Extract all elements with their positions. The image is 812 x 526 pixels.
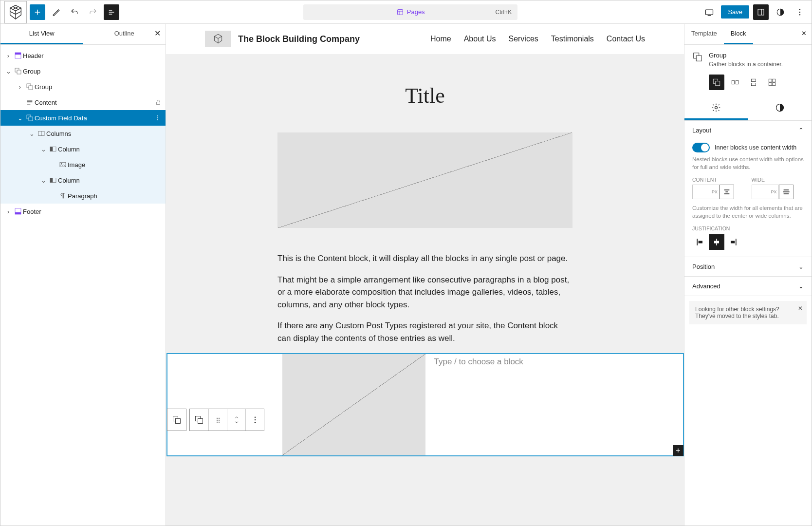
settings-sidebar-toggle[interactable] <box>753 4 769 20</box>
nav-item[interactable]: Services <box>508 35 538 43</box>
svg-rect-25 <box>50 178 53 182</box>
svg-rect-51 <box>769 83 772 86</box>
wide-align-button[interactable] <box>779 185 794 199</box>
panel-advanced-toggle[interactable]: Advanced ⌄ <box>684 277 812 296</box>
svg-rect-57 <box>731 241 735 244</box>
paragraph[interactable]: This is the Content block, it will displ… <box>277 252 572 265</box>
tree-item-custom-field-data[interactable]: ⌄ Custom Field Data <box>0 110 166 126</box>
svg-rect-10 <box>17 70 21 74</box>
justify-left-button[interactable] <box>692 234 708 250</box>
selected-group-block[interactable]: Type / to choose a block + <box>166 353 684 456</box>
svg-rect-15 <box>29 117 33 121</box>
content-block[interactable]: This is the Content block, it will displ… <box>277 252 572 344</box>
variation-group[interactable] <box>709 75 724 90</box>
svg-point-37 <box>219 422 220 423</box>
dismiss-tip-button[interactable]: ✕ <box>798 305 803 312</box>
command-center-button[interactable]: Pages Ctrl+K <box>303 4 517 20</box>
svg-rect-29 <box>176 419 181 424</box>
drag-handle[interactable] <box>208 409 227 431</box>
redo-button[interactable] <box>85 4 101 20</box>
variation-stack[interactable] <box>746 75 761 90</box>
nav-item[interactable]: Contact Us <box>607 35 645 43</box>
add-block-button[interactable]: + <box>673 445 683 456</box>
image-placeholder[interactable] <box>282 354 425 455</box>
tree-item-column[interactable]: ⌄ Column <box>0 141 166 157</box>
tab-template[interactable]: Template <box>684 24 724 44</box>
tree-item-options[interactable] <box>154 114 162 122</box>
svg-rect-21 <box>50 147 53 151</box>
block-description: Gather blocks in a container. <box>709 61 783 68</box>
content-width-input[interactable] <box>692 185 720 199</box>
tools-button[interactable] <box>48 4 64 20</box>
nav-item[interactable]: Home <box>430 35 451 43</box>
svg-point-34 <box>217 420 218 421</box>
undo-button[interactable] <box>67 4 82 20</box>
site-title[interactable]: The Block Building Company <box>238 34 360 44</box>
tree-item-content[interactable]: Content <box>0 94 166 110</box>
block-tree: › Header ⌄ Group › Group Content ⌄ <box>0 45 166 222</box>
subtab-settings[interactable] <box>684 97 748 120</box>
tree-item-group-nested[interactable]: › Group <box>0 79 166 94</box>
wide-width-input[interactable] <box>752 185 779 199</box>
toggle-label: Inner blocks use content width <box>715 144 796 151</box>
tree-item-column[interactable]: ⌄ Column <box>0 172 166 188</box>
column-block[interactable] <box>167 354 425 455</box>
block-type-button[interactable] <box>190 409 208 431</box>
block-inserter-button[interactable] <box>30 4 45 20</box>
paragraph[interactable]: If there are any Custom Post Types regis… <box>277 319 572 344</box>
svg-rect-56 <box>714 241 719 244</box>
tree-item-columns[interactable]: ⌄ Columns <box>0 126 166 141</box>
tree-item-footer[interactable]: › Footer <box>0 204 166 219</box>
featured-image-placeholder[interactable] <box>277 132 572 228</box>
options-button[interactable] <box>792 4 808 20</box>
content-align-button[interactable] <box>720 185 734 199</box>
close-settings-button[interactable]: ✕ <box>801 30 807 37</box>
justify-right-button[interactable] <box>725 234 741 250</box>
list-view-sidebar: List View Outline ✕ › Header ⌄ Group › G… <box>0 24 166 526</box>
content-width-toggle[interactable] <box>692 143 710 152</box>
svg-point-39 <box>254 419 255 420</box>
page-title[interactable]: Title <box>166 83 684 108</box>
view-button[interactable] <box>701 4 717 20</box>
paragraph[interactable]: That might be a simple arrangement like … <box>277 274 572 311</box>
column-icon <box>48 176 58 184</box>
tree-item-paragraph[interactable]: Paragraph <box>0 188 166 204</box>
settings-sidebar: Template Block ✕ Group Gather blocks in … <box>684 24 812 526</box>
tree-label: Group <box>35 83 52 91</box>
styles-button[interactable] <box>773 4 788 20</box>
tree-item-group[interactable]: ⌄ Group <box>0 63 166 79</box>
panel-layout-toggle[interactable]: Layout ⌃ <box>684 121 812 140</box>
site-logo-button[interactable] <box>4 1 27 23</box>
help-text: Customize the width for all elements tha… <box>692 204 804 220</box>
tab-list-view[interactable]: List View <box>0 24 83 44</box>
page-header-block[interactable]: The Block Building Company Home About Us… <box>166 24 684 54</box>
tab-outline[interactable]: Outline <box>83 24 166 44</box>
close-list-view-button[interactable]: ✕ <box>154 29 161 38</box>
nav-item[interactable]: Testimonials <box>551 35 594 43</box>
justify-center-button[interactable] <box>709 234 724 250</box>
editor-canvas[interactable]: The Block Building Company Home About Us… <box>166 24 684 526</box>
save-button[interactable]: Save <box>721 5 749 19</box>
tree-label: Footer <box>23 208 41 215</box>
column-block[interactable]: Type / to choose a block <box>425 354 683 455</box>
panel-position-toggle[interactable]: Position ⌄ <box>684 257 812 276</box>
tree-item-image[interactable]: Image <box>0 157 166 172</box>
site-logo[interactable] <box>205 31 231 47</box>
svg-point-33 <box>219 418 220 419</box>
block-options-button[interactable] <box>245 409 264 431</box>
tab-block[interactable]: Block <box>724 24 753 44</box>
subtab-styles[interactable] <box>748 97 812 120</box>
move-buttons[interactable] <box>227 409 245 431</box>
svg-rect-48 <box>752 83 756 86</box>
tree-label: Group <box>23 68 40 75</box>
panel-position: Position ⌄ <box>684 257 812 277</box>
footer-icon <box>13 207 23 215</box>
parent-block-button[interactable] <box>167 409 186 431</box>
nav-item[interactable]: About Us <box>464 35 496 43</box>
document-overview-button[interactable] <box>104 4 119 20</box>
svg-point-6 <box>799 14 800 15</box>
block-appender-prompt[interactable]: Type / to choose a block <box>434 357 523 366</box>
variation-row[interactable] <box>727 75 743 90</box>
variation-grid[interactable] <box>764 75 780 90</box>
tree-item-header[interactable]: › Header <box>0 48 166 63</box>
